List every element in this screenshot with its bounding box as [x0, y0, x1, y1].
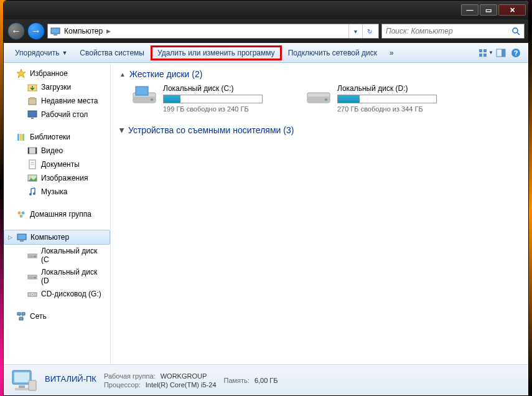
image-icon — [27, 173, 37, 183]
uninstall-program-button[interactable]: Удалить или изменить программу — [151, 45, 282, 60]
cpu-label: Процессор: — [104, 381, 141, 389]
svg-rect-61 — [29, 380, 36, 390]
main-content: ▲ Жесткие диски (2) Локальный диск (C:) … — [111, 63, 528, 364]
svg-point-33 — [20, 215, 23, 218]
expand-icon[interactable]: ▷ — [8, 234, 12, 240]
removable-section-header[interactable]: ▶ Устройства со съемными носителями (3) — [119, 125, 520, 135]
favorites-label: Избранное — [30, 69, 68, 78]
minimize-button[interactable]: — — [461, 4, 478, 16]
svg-point-38 — [34, 256, 35, 257]
recent-icon — [27, 96, 37, 106]
svg-rect-0 — [51, 28, 60, 34]
homegroup-label: Домашняя группа — [30, 210, 91, 219]
network-icon — [16, 311, 26, 321]
network-header[interactable]: Сеть — [4, 309, 110, 323]
breadcrumb-computer[interactable]: Компьютер — [64, 27, 103, 35]
drive-large-icon — [306, 84, 331, 106]
nav-bar: ← → Компьютер ▶ ▾ ↻ — [4, 19, 528, 43]
sidebar-item-cd-drive[interactable]: CD-дисковод (G:) — [4, 287, 110, 301]
svg-rect-17 — [31, 118, 34, 119]
sidebar-item-videos[interactable]: Видео — [4, 144, 110, 158]
sidebar-item-music[interactable]: Музыка — [4, 185, 110, 199]
drive-name: Локальный диск (D:) — [337, 84, 455, 93]
search-input[interactable] — [386, 27, 511, 35]
homegroup-header[interactable]: Домашняя группа — [4, 207, 110, 221]
sidebar-item-pictures[interactable]: Изображения — [4, 171, 110, 185]
svg-rect-35 — [20, 240, 24, 242]
svg-rect-45 — [17, 313, 21, 315]
sidebar-item-label: Изображения — [41, 174, 88, 182]
map-network-drive-button[interactable]: Подключить сетевой диск — [282, 46, 383, 60]
sidebar-item-label: Документы — [41, 160, 80, 169]
system-properties-button[interactable]: Свойства системы — [73, 46, 151, 60]
svg-line-48 — [19, 315, 21, 318]
search-icon[interactable] — [511, 27, 520, 35]
refresh-button[interactable]: ↻ — [362, 24, 376, 38]
homegroup-icon — [16, 209, 26, 219]
svg-point-31 — [18, 212, 21, 215]
sidebar-item-drive-c[interactable]: Локальный диск (C — [4, 245, 110, 266]
back-button[interactable]: ← — [7, 22, 25, 40]
computer-large-icon — [10, 368, 37, 393]
document-icon — [27, 159, 37, 169]
sidebar-item-label: Рабочий стол — [41, 110, 88, 119]
close-button[interactable]: ✕ — [498, 4, 526, 16]
favorites-header[interactable]: Избранное — [4, 67, 110, 80]
help-button[interactable]: ? — [508, 45, 523, 60]
forward-button[interactable]: → — [27, 22, 45, 40]
memory-value: 6,00 ГБ — [254, 377, 278, 384]
sidebar-item-label: Локальный диск (C — [41, 247, 105, 264]
drive-free-text: 199 ГБ свободно из 240 ГБ — [163, 105, 281, 113]
search-box[interactable] — [381, 24, 525, 39]
workgroup-value: WORKGROUP — [161, 372, 207, 380]
libraries-header[interactable]: Библиотеки — [4, 130, 110, 144]
network-label: Сеть — [30, 312, 47, 321]
svg-point-30 — [33, 192, 35, 195]
organize-button[interactable]: Упорядочить▼ — [9, 46, 73, 60]
computer-header[interactable]: ▷ Компьютер — [4, 230, 110, 245]
preview-pane-button[interactable] — [493, 45, 508, 60]
svg-rect-20 — [22, 134, 24, 141]
cpu-value: Intel(R) Core(TM) i5-24 — [146, 381, 217, 389]
breadcrumb-sep-icon[interactable]: ▶ — [106, 28, 111, 34]
svg-rect-4 — [479, 49, 482, 52]
drive-usage-bar — [163, 95, 263, 103]
sidebar-item-label: Недавние места — [41, 97, 98, 105]
svg-rect-34 — [17, 234, 26, 240]
svg-rect-23 — [35, 148, 37, 154]
video-icon — [27, 146, 37, 156]
drive-large-icon — [132, 84, 157, 106]
sidebar-item-recent[interactable]: Недавние места — [4, 94, 110, 108]
svg-point-2 — [513, 28, 518, 33]
drive-item-c[interactable]: Локальный диск (C:) 199 ГБ свободно из 2… — [132, 84, 281, 113]
details-computer-name: ВИТАЛИЙ-ПК — [45, 374, 96, 384]
maximize-button[interactable]: ▭ — [480, 4, 497, 16]
toolbar-overflow-button[interactable]: » — [383, 46, 400, 60]
explorer-window: — ▭ ✕ ← → Компьютер ▶ ▾ ↻ Упорядочить▼ С… — [3, 0, 529, 396]
collapse-icon: ▲ — [119, 71, 126, 78]
svg-rect-7 — [483, 54, 487, 57]
sidebar-item-label: Загрузки — [41, 83, 71, 92]
svg-marker-12 — [17, 69, 26, 78]
svg-rect-18 — [17, 134, 19, 141]
address-dropdown-button[interactable]: ▾ — [348, 24, 362, 38]
view-options-button[interactable]: ▼ — [478, 45, 493, 60]
drive-icon — [27, 250, 37, 260]
chevron-down-icon: ▼ — [62, 50, 67, 56]
sidebar-item-downloads[interactable]: Загрузки — [4, 80, 110, 94]
sidebar-item-drive-d[interactable]: Локальный диск (D — [4, 266, 110, 287]
sidebar-item-desktop[interactable]: Рабочий стол — [4, 108, 110, 121]
svg-rect-47 — [19, 318, 23, 320]
libraries-icon — [16, 132, 26, 142]
drive-item-d[interactable]: Локальный диск (D:) 270 ГБ свободно из 3… — [306, 84, 455, 113]
hdd-section-header[interactable]: ▲ Жесткие диски (2) — [119, 69, 520, 79]
svg-point-52 — [151, 98, 153, 101]
computer-icon — [17, 232, 27, 242]
favorites-group: Избранное Загрузки Недавние места Рабочи… — [4, 67, 110, 121]
address-bar[interactable]: Компьютер ▶ ▾ ↻ — [47, 24, 379, 39]
svg-line-3 — [517, 32, 520, 35]
sidebar-item-documents[interactable]: Документы — [4, 158, 110, 171]
svg-rect-21 — [28, 148, 37, 154]
navigation-pane: Избранное Загрузки Недавние места Рабочи… — [4, 63, 111, 364]
svg-line-49 — [21, 315, 24, 318]
